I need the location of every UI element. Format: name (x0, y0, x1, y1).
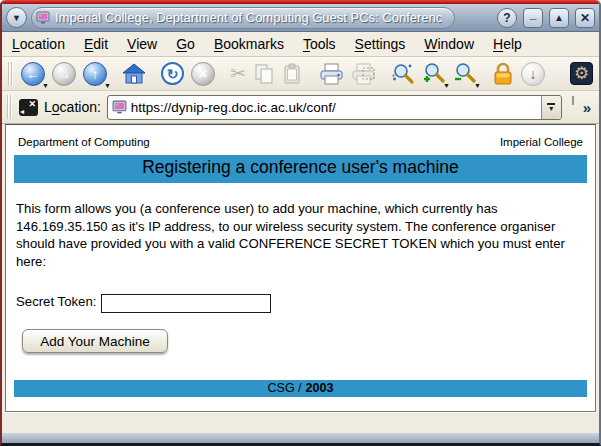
paste-icon (282, 63, 304, 85)
location-label: Location: (44, 99, 101, 115)
page-title: Registering a conference user's machine (142, 157, 459, 177)
toolbar-overflow-button[interactable]: » (583, 99, 591, 116)
clipped-widget-edge (572, 96, 574, 105)
stop-icon: ✕ (191, 62, 215, 86)
button-row: Add Your Machine (6, 313, 595, 353)
cut-icon: ✂ (230, 62, 246, 85)
copy-button[interactable] (253, 63, 275, 85)
web-content: Department of Computing Imperial College… (5, 124, 596, 412)
find-button[interactable] (391, 62, 415, 86)
maximize-icon: ▲ (554, 12, 564, 23)
header-right: Imperial College (500, 136, 583, 148)
up-button[interactable]: ↑ ▼ (83, 62, 107, 86)
help-icon: ? (503, 11, 510, 25)
menu-item-bookmarks[interactable]: Bookmarks (214, 36, 284, 52)
back-dropdown-icon: ▼ (42, 82, 49, 89)
cut-button[interactable]: ✂ (230, 62, 246, 85)
location-toolbar: ✕ ◂ Location: https://dynip-reg.doc.ic.a… (2, 91, 599, 124)
maximize-button[interactable]: ▲ (549, 8, 569, 28)
help-button[interactable]: ? (497, 8, 517, 28)
ssl-lock-button[interactable] (492, 62, 514, 86)
page-header: Department of Computing Imperial College (6, 125, 595, 151)
window-menu-icon: ▼ (12, 13, 21, 23)
zoom-out-dropdown-icon: ▼ (474, 82, 481, 89)
secret-token-label: Secret Token: (16, 294, 96, 309)
gear-icon: ⚙ (574, 63, 589, 84)
clear-arrow-icon: ◂ (20, 107, 24, 116)
back-button[interactable]: ← ▼ (21, 62, 45, 86)
paste-button[interactable] (282, 63, 304, 85)
url-combobox[interactable]: https://dynip-reg.doc.ic.ac.uk/conf/ ▼ (107, 95, 562, 120)
menubar: LocationEditViewGoBookmarksToolsSettings… (2, 32, 599, 57)
page-title-band: Registering a conference user's machine (14, 155, 587, 183)
forward-icon: → (52, 62, 76, 86)
reload-icon: ↻ (161, 62, 184, 85)
title-pill: Imperial College, Deptartment of Computi… (31, 7, 455, 29)
token-form-row: Secret Token: (16, 294, 595, 313)
url-dropdown-icon: ▼ (548, 106, 555, 111)
menu-item-window[interactable]: Window (424, 36, 474, 52)
copy-icon (253, 63, 275, 85)
header-left: Department of Computing (18, 136, 150, 148)
window-frame-bottom (2, 432, 599, 443)
locationbar-grip[interactable] (7, 95, 13, 119)
favicon (112, 100, 127, 114)
minimize-icon: _ (530, 7, 537, 21)
url-dropdown-button[interactable]: ▼ (541, 96, 561, 119)
print-icon (319, 63, 344, 85)
intro-paragraph: This form allows you (a conference user)… (16, 200, 585, 270)
menu-item-go[interactable]: Go (176, 36, 195, 52)
reload-button[interactable]: ↻ (161, 62, 184, 85)
clear-location-button[interactable]: ✕ ◂ (19, 99, 38, 116)
print-preview-button[interactable] (351, 63, 376, 85)
toolbar-grip[interactable] (8, 62, 14, 86)
app-icon (36, 11, 50, 24)
find-icon (391, 62, 415, 86)
menu-item-location[interactable]: Location (12, 36, 65, 52)
menu-item-edit[interactable]: Edit (84, 36, 108, 52)
menu-item-view[interactable]: View (127, 36, 157, 52)
statusbar (2, 412, 599, 432)
titlebar[interactable]: ▼ Imperial College, Deptartment of Compu… (2, 4, 599, 32)
zoom-in-dropdown-icon: ▼ (443, 82, 450, 89)
download-button[interactable]: ↓ (521, 62, 545, 86)
download-icon: ↓ (521, 62, 545, 86)
window-title: Imperial College, Deptartment of Computi… (55, 10, 442, 25)
secret-token-input[interactable] (101, 294, 271, 313)
clear-x-icon: ✕ (28, 99, 36, 109)
zoom-out-button[interactable]: ▼ (453, 62, 477, 86)
main-toolbar: ← ▼ → ↑ ▼ ↻ ✕ ✂ (2, 57, 599, 91)
browser-window: ▼ Imperial College, Deptartment of Compu… (0, 0, 601, 446)
menu-item-tools[interactable]: Tools (303, 36, 336, 52)
close-button[interactable]: ✕ (575, 8, 595, 28)
page-footer-band: CSG /2003 (14, 380, 587, 397)
stop-button[interactable]: ✕ (191, 62, 215, 86)
minimize-button[interactable]: _ (523, 8, 543, 28)
konqueror-throbber[interactable]: ⚙ (570, 62, 593, 85)
url-text[interactable]: https://dynip-reg.doc.ic.ac.uk/conf/ (127, 100, 336, 115)
up-dropdown-icon: ▼ (104, 82, 111, 89)
print-preview-icon (351, 63, 376, 85)
home-button[interactable] (122, 63, 146, 85)
zoom-in-button[interactable]: ▼ (422, 62, 446, 86)
menu-item-settings[interactable]: Settings (355, 36, 406, 52)
window-menu-button[interactable]: ▼ (6, 7, 27, 28)
menu-item-help[interactable]: Help (493, 36, 522, 52)
close-icon: ✕ (580, 11, 590, 25)
footer-year: 2003 (306, 381, 334, 395)
add-machine-button[interactable]: Add Your Machine (22, 329, 168, 353)
print-button[interactable] (319, 63, 344, 85)
lock-icon (492, 62, 514, 86)
footer-prefix: CSG / (268, 381, 302, 395)
forward-button[interactable]: → (52, 62, 76, 86)
home-icon (122, 63, 146, 85)
